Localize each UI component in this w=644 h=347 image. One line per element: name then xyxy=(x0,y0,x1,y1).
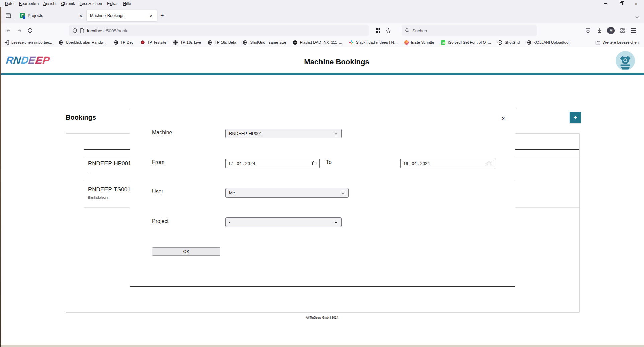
reload-button[interactable] xyxy=(25,25,35,36)
firefox-view-icon xyxy=(5,13,11,19)
globe-icon xyxy=(207,40,213,45)
url-path: :5005/book xyxy=(105,28,127,33)
page-info-icon[interactable] xyxy=(80,28,84,33)
downloads-button[interactable] xyxy=(594,25,604,36)
bookmark-item[interactable]: SGPlaylist DAD_NX_111_... xyxy=(293,40,342,45)
globe-icon xyxy=(58,40,64,45)
window-controls: × xyxy=(598,0,644,7)
robot-avatar[interactable] xyxy=(616,51,635,70)
bookmark-label: Slack | dad-rndeep | N... xyxy=(356,40,398,44)
machine-select[interactable]: RNDEEP-HP001 xyxy=(225,129,342,138)
tab-close-icon[interactable]: ✕ xyxy=(148,13,154,18)
scircle-icon: S xyxy=(497,40,503,45)
bookmark-item[interactable]: ShotGrid - same-size xyxy=(243,40,286,45)
user-select-value: Me xyxy=(229,190,341,195)
bookmark-label: Überblick über Handw... xyxy=(66,40,106,44)
forward-icon xyxy=(17,28,22,33)
bookmark-label: TP-16s-Beta xyxy=(215,40,236,44)
navigation-toolbar: localhost:5005/book Suchen M xyxy=(0,23,644,38)
bookmark-label: TP-16s-Live xyxy=(180,40,201,44)
svg-text:Qt: Qt xyxy=(442,41,445,44)
url-bar[interactable]: localhost:5005/book xyxy=(69,25,369,36)
close-button[interactable]: × xyxy=(629,0,644,7)
menu-item-bearbeiten[interactable]: Bearbeiten xyxy=(17,1,41,7)
project-select[interactable]: - xyxy=(225,217,342,227)
bookmark-item[interactable]: TP-16s-Live xyxy=(173,40,201,45)
tab-separator xyxy=(14,11,14,19)
menu-item-chronik[interactable]: Chronik xyxy=(59,1,77,7)
import-icon xyxy=(4,40,9,45)
account-button[interactable]: M xyxy=(606,25,616,36)
bookmark-item[interactable]: Qt[Solved] Set Font of QT... xyxy=(440,40,491,45)
url-text: localhost:5005/book xyxy=(87,28,127,33)
bookmark-star-button[interactable] xyxy=(383,25,393,36)
bookmark-item[interactable]: Slack | dad-rndeep | N... xyxy=(349,40,398,45)
close-icon: × xyxy=(635,1,638,6)
machine-select-value: RNDEEP-HP001 xyxy=(229,131,334,136)
back-button[interactable] xyxy=(3,25,14,36)
menu-item-ansicht[interactable]: Ansicht xyxy=(41,1,59,7)
add-booking-button[interactable]: + xyxy=(569,112,581,124)
menu-item-lesezeichen[interactable]: Lesezeichen xyxy=(77,1,104,7)
bookmark-items: Lesezeichen importier...Überblick über H… xyxy=(4,40,576,45)
tab-projects[interactable]: F Projects ✕ xyxy=(16,10,87,21)
from-date-value: 17 . 04 . 2024 xyxy=(228,161,312,166)
list-all-tabs-button[interactable] xyxy=(635,15,642,19)
dialog-close-button[interactable]: X xyxy=(500,115,507,122)
download-icon xyxy=(597,28,602,33)
firefox-view-button[interactable] xyxy=(3,11,13,21)
bookmark-item[interactable]: TP-16s-Beta xyxy=(207,40,236,45)
from-date-input[interactable]: 17 . 04 . 2024 xyxy=(225,159,320,168)
calendar-icon[interactable] xyxy=(312,161,317,166)
bookmark-label: TP-Dev xyxy=(121,40,134,44)
bookmark-label: KOLLANI Uploadtool xyxy=(533,40,569,44)
bookmark-item[interactable]: TP-Dev xyxy=(113,40,134,45)
new-tab-button[interactable]: + xyxy=(157,12,167,19)
more-bookmarks-button[interactable]: Weitere Lesezeichen xyxy=(595,40,639,45)
bookmarks-bar: Lesezeichen importier...Überblick über H… xyxy=(0,38,644,47)
globe-icon xyxy=(243,40,248,45)
chevron-down-icon xyxy=(341,191,345,195)
puzzle-icon xyxy=(620,28,625,34)
menu-item-datei[interactable]: Datei xyxy=(3,1,17,7)
to-date-input[interactable]: 19 . 04 . 2024 xyxy=(400,159,494,168)
menu-item-hilfe[interactable]: Hilfe xyxy=(121,1,133,7)
bookmark-item[interactable]: Lesezeichen importier... xyxy=(4,40,52,45)
user-select[interactable]: Me xyxy=(225,188,349,198)
restore-button[interactable] xyxy=(613,0,629,7)
plus-icon: + xyxy=(573,114,577,122)
calendar-icon[interactable] xyxy=(487,161,491,166)
search-placeholder: Suchen xyxy=(412,28,427,33)
menu-item-extras[interactable]: Extras xyxy=(104,1,121,7)
bookmark-item[interactable]: KOLLANI Uploadtool xyxy=(526,40,569,45)
footer-link[interactable]: RnDeep GmbH 2024 xyxy=(310,316,338,319)
chevron-down-icon xyxy=(334,220,338,224)
minimize-button[interactable] xyxy=(598,0,613,7)
tab-bar: F Projects ✕ Machine Bookings ✕ + xyxy=(0,7,644,23)
ok-button[interactable]: OK xyxy=(152,247,220,256)
bookmark-item[interactable]: SShotGrid xyxy=(497,40,520,45)
project-label: Project xyxy=(152,218,169,224)
tab-close-icon[interactable]: ✕ xyxy=(78,13,84,18)
bookmark-label: TP-Testsite xyxy=(147,40,167,44)
page-content: RNDEEP Machine Bookings Bookings + xyxy=(0,48,644,345)
flow-favicon: F xyxy=(20,13,25,18)
robot-icon xyxy=(616,51,635,70)
extension-grid-button[interactable] xyxy=(373,25,383,36)
minimize-icon xyxy=(604,3,607,4)
bookmark-item[interactable]: Überblick über Handw... xyxy=(58,40,106,45)
svg-text:S: S xyxy=(499,41,501,44)
app-menu-button[interactable] xyxy=(629,25,639,36)
pocket-button[interactable] xyxy=(583,25,593,36)
forward-button[interactable] xyxy=(14,25,25,36)
restore-icon xyxy=(620,2,623,5)
tab-machine-bookings[interactable]: Machine Bookings ✕ xyxy=(87,10,157,21)
grid-icon xyxy=(376,28,381,33)
search-bar[interactable]: Suchen xyxy=(402,25,537,36)
extensions-button[interactable] xyxy=(617,25,627,36)
bookmark-item[interactable]: TP-Testsite xyxy=(140,40,167,45)
bookmark-item[interactable]: Erste Schritte xyxy=(404,40,434,45)
bookmark-label: Playlist DAD_NX_111_... xyxy=(300,40,342,44)
slack-icon xyxy=(349,40,354,45)
more-bookmarks-label: Weitere Lesezeichen xyxy=(603,40,639,44)
